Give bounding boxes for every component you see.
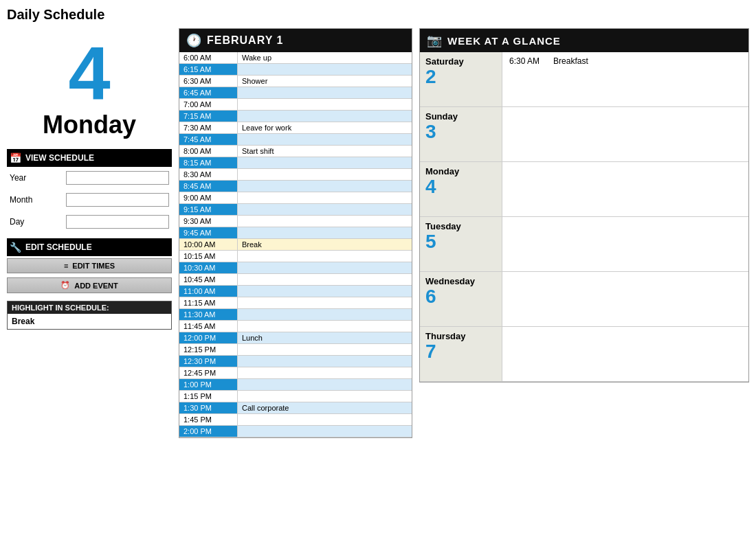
- week-day-row: Sunday3: [420, 107, 748, 162]
- edit-times-label: EDIT TIMES: [72, 262, 115, 270]
- time-cell: 11:00 AM: [179, 286, 238, 297]
- week-day-events: 6:30 AMBreakfast: [502, 52, 748, 106]
- schedule-row: 1:15 PM: [179, 391, 412, 402]
- month-input[interactable]: [66, 193, 169, 207]
- time-cell: 8:00 AM: [179, 146, 238, 157]
- week-event-time: 6:30 AM: [509, 56, 540, 66]
- day-input[interactable]: [66, 215, 169, 229]
- time-cell: 10:00 AM: [179, 239, 238, 250]
- year-input[interactable]: [66, 171, 169, 185]
- schedule-row: 9:15 AM: [179, 204, 412, 216]
- schedule-row: 11:00 AM: [179, 286, 412, 297]
- time-cell: 9:00 AM: [179, 192, 238, 203]
- day-number: 4: [68, 35, 110, 111]
- week-panel: 📷 WEEK AT A GLANCE Saturday26:30 AMBreak…: [419, 28, 749, 383]
- schedule-month-title: FEBRUARY 1: [207, 34, 283, 47]
- event-cell: [238, 274, 412, 285]
- year-field-group: Year: [7, 171, 172, 185]
- time-cell: 10:15 AM: [179, 251, 238, 262]
- month-field-group: Month: [7, 193, 172, 207]
- week-day-row: Wednesday6: [420, 272, 748, 327]
- week-day-row: Tuesday5: [420, 217, 748, 272]
- week-day-events: [502, 272, 748, 326]
- camera-icon: 📷: [427, 33, 442, 48]
- schedule-row: 6:15 AM: [179, 64, 412, 76]
- schedule-row: 1:45 PM: [179, 414, 412, 426]
- event-cell: [238, 157, 412, 168]
- week-day-name: Thursday: [425, 331, 496, 341]
- event-cell: Lunch: [238, 332, 412, 343]
- event-cell: [238, 99, 412, 110]
- time-cell: 7:45 AM: [179, 134, 238, 145]
- schedule-row: 7:00 AM: [179, 99, 412, 111]
- schedule-cal-icon: 🕐: [186, 33, 201, 48]
- week-day-label: Wednesday6: [420, 272, 502, 326]
- time-cell: 9:30 AM: [179, 216, 238, 227]
- event-cell: [238, 64, 412, 75]
- schedule-row: 8:30 AM: [179, 169, 412, 181]
- schedule-row: 8:45 AM: [179, 181, 412, 192]
- clock-icon: ⏰: [60, 281, 70, 290]
- week-day-number: 2: [425, 67, 496, 88]
- year-label: Year: [10, 173, 44, 183]
- schedule-row: 1:30 PMCall corporate: [179, 402, 412, 414]
- event-cell: [238, 262, 412, 273]
- event-cell: Call corporate: [238, 402, 412, 413]
- week-day-name: Wednesday: [425, 276, 496, 286]
- schedule-row: 6:00 AMWake up: [179, 52, 412, 64]
- week-day-name: Monday: [425, 166, 496, 176]
- event-cell: [238, 414, 412, 425]
- time-cell: 6:45 AM: [179, 87, 238, 98]
- schedule-rows-container: 6:00 AMWake up6:15 AM6:30 AMShower6:45 A…: [179, 52, 412, 437]
- schedule-row: 9:45 AM: [179, 227, 412, 239]
- schedule-panel: 🕐 FEBRUARY 1 6:00 AMWake up6:15 AM6:30 A…: [179, 28, 412, 438]
- schedule-row: 9:30 AM: [179, 216, 412, 227]
- week-day-row: Thursday7: [420, 327, 748, 382]
- time-cell: 9:45 AM: [179, 227, 238, 238]
- time-cell: 2:00 PM: [179, 426, 238, 437]
- day-label: Day: [10, 217, 44, 227]
- add-event-button[interactable]: ⏰ ADD EVENT: [7, 277, 172, 293]
- schedule-row: 9:00 AM: [179, 192, 412, 204]
- event-cell: [238, 216, 412, 227]
- page-title: Daily Schedule: [7, 7, 749, 23]
- day-name: Monday: [43, 111, 136, 139]
- edit-schedule-label: EDIT SCHEDULE: [25, 242, 92, 252]
- time-cell: 11:45 AM: [179, 321, 238, 332]
- week-day-label: Saturday2: [420, 52, 502, 106]
- time-cell: 6:00 AM: [179, 52, 238, 63]
- event-cell: Leave for work: [238, 122, 412, 133]
- event-cell: [238, 309, 412, 320]
- time-cell: 7:30 AM: [179, 122, 238, 133]
- schedule-row: 10:15 AM: [179, 251, 412, 262]
- time-cell: 1:45 PM: [179, 414, 238, 425]
- event-cell: [238, 87, 412, 98]
- time-cell: 6:15 AM: [179, 64, 238, 75]
- week-day-number: 3: [425, 122, 496, 143]
- week-days-container: Saturday26:30 AMBreakfastSunday3Monday4T…: [420, 52, 748, 382]
- view-schedule-header: 📅 VIEW SCHEDULE: [7, 149, 172, 167]
- event-cell: [238, 192, 412, 203]
- week-day-name: Tuesday: [425, 221, 496, 231]
- time-cell: 1:15 PM: [179, 391, 238, 402]
- time-cell: 7:00 AM: [179, 99, 238, 110]
- time-cell: 11:30 AM: [179, 309, 238, 320]
- event-cell: [238, 356, 412, 367]
- schedule-row: 12:00 PMLunch: [179, 332, 412, 344]
- event-cell: [238, 134, 412, 145]
- week-day-events: [502, 162, 748, 216]
- time-cell: 12:45 PM: [179, 367, 238, 378]
- week-day-row: Monday4: [420, 162, 748, 217]
- edit-times-button[interactable]: ≡ EDIT TIMES: [7, 258, 172, 273]
- week-day-label: Sunday3: [420, 107, 502, 161]
- event-cell: [238, 251, 412, 262]
- event-cell: [238, 169, 412, 180]
- event-cell: [238, 367, 412, 378]
- week-day-label: Monday4: [420, 162, 502, 216]
- time-cell: 1:30 PM: [179, 402, 238, 413]
- schedule-row: 10:00 AMBreak: [179, 239, 412, 251]
- week-event-name: Breakfast: [553, 56, 588, 66]
- schedule-row: 6:30 AMShower: [179, 76, 412, 87]
- schedule-row: 1:00 PM: [179, 379, 412, 391]
- schedule-row: 11:15 AM: [179, 297, 412, 309]
